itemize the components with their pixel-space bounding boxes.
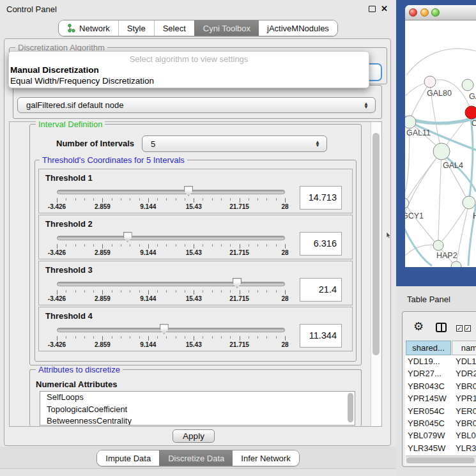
network-node-label: H [473, 211, 476, 220]
cell-shared-name: YBR045C [408, 417, 445, 429]
threshold-value-field[interactable]: 14.713 [300, 186, 342, 210]
cell-shared-name: YLR345W [408, 442, 445, 454]
tab-network[interactable]: Network [59, 20, 118, 36]
table-row[interactable]: YIL052CYIL0 [406, 454, 476, 455]
tab-label: Style [127, 24, 146, 33]
network-node-gcy1[interactable] [405, 198, 409, 208]
zoom-traffic-light-icon[interactable] [431, 8, 440, 17]
cell-name: YLR3 [456, 442, 476, 454]
network-window-titlebar[interactable] [405, 5, 476, 20]
horizontal-scrollbar-track[interactable] [406, 456, 476, 464]
threshold-list: Threshold 1 -3.426 2.859 9.144 15.43 21.… [38, 169, 353, 353]
slider-major-ticks [57, 336, 286, 341]
slider-handle[interactable] [123, 232, 132, 242]
slider-major-ticks [57, 198, 286, 203]
bottom-tab-infer-network[interactable]: Infer Network [233, 450, 298, 466]
column-header-name[interactable]: name [452, 341, 476, 355]
slider-track[interactable] [57, 236, 285, 240]
slider-tick-labels: -3.426 2.859 9.144 15.43 21.715 28 [57, 203, 285, 211]
network-node-ga[interactable] [462, 79, 473, 91]
numerical-attributes-list: SelfLoopsTopologicalCoefficientBetweenne… [40, 391, 355, 426]
threshold-value-field[interactable]: 11.344 [300, 324, 342, 348]
threshold-value-field[interactable]: 6.316 [300, 232, 342, 256]
slider-track[interactable] [57, 282, 285, 286]
tab-label: Select [163, 24, 186, 33]
network-node-gal4[interactable] [433, 143, 450, 160]
tab-label: Discretize Data [168, 454, 224, 463]
number-of-intervals-label: Number of Intervals [56, 139, 134, 148]
table-panel-box: ⚙ ✓ ✓ shared... name YDL19...YDL1YDR27..… [402, 311, 476, 467]
tab-jactivemnodules[interactable]: jActiveMNodules [259, 20, 337, 36]
checkbox-icon[interactable]: ✓ [456, 325, 463, 332]
table-row[interactable]: YBR043CYBR0 [406, 380, 476, 392]
cell-shared-name: YPR145W [408, 392, 447, 404]
cell-name: YBR0 [456, 417, 476, 429]
slider-handle[interactable] [233, 278, 242, 288]
table-row[interactable]: YBL079WYBL0 [406, 429, 476, 441]
tab-style[interactable]: Style [118, 20, 154, 36]
slider-track[interactable] [57, 328, 285, 332]
gear-icon[interactable]: ⚙ [413, 319, 424, 334]
network-node-label: HAP2 [436, 251, 457, 260]
algorithm-dropdown-popup: Select algorithm to view settings Manual… [8, 51, 369, 88]
list-scrollbar-thumb[interactable] [348, 393, 353, 422]
close-traffic-light-icon[interactable] [409, 8, 417, 17]
column-header-shared-name[interactable]: shared... [406, 341, 451, 355]
table-panel: Table Panel ⚙ ✓ ✓ shared... name YDL19..… [396, 286, 476, 476]
network-node-gal11[interactable] [405, 116, 416, 128]
network-node-c[interactable] [465, 106, 476, 119]
tab-cyni-toolbox[interactable]: Cyni Toolbox [194, 20, 259, 36]
slider-handle[interactable] [160, 324, 169, 334]
attribute-item[interactable]: BetweennessCentrality [40, 415, 355, 426]
table-row[interactable]: YBR045CYBR0 [406, 417, 476, 429]
dropdown-option-equal-width-frequency[interactable]: Equal Width/Frequency Discretization [10, 76, 154, 86]
interval-definition-label: Interval Definition [36, 120, 105, 129]
network-node-label: GAL11 [406, 128, 431, 137]
bottom-tab-bar: Impute DataDiscretize DataInfer Network [0, 450, 396, 466]
network-window: GAL80GACGAL11GAL4GCY1HHAP2 [405, 5, 476, 267]
threshold-panel: Threshold 3 -3.426 2.859 9.144 15.43 21.… [38, 261, 353, 305]
cell-name: YDL1 [456, 355, 476, 367]
horizontal-scrollbar-thumb[interactable] [406, 457, 475, 463]
cell-shared-name: YDL19... [408, 355, 440, 367]
close-icon[interactable]: ✕ [381, 4, 388, 13]
apply-button[interactable]: Apply [173, 429, 215, 443]
checkbox-icon[interactable]: ✓ [464, 325, 471, 332]
threshold-label: Threshold 1 [45, 173, 93, 183]
slider-track[interactable] [57, 190, 285, 194]
table-row[interactable]: YPR145WYPR1 [406, 392, 476, 404]
network-canvas[interactable]: GAL80GACGAL11GAL4GCY1HHAP2 [405, 20, 476, 267]
table-data-combobox[interactable]: galFiltered.sif default node ▲▼ [17, 97, 376, 113]
vertical-scrollbar-thumb[interactable] [372, 133, 380, 355]
table-row[interactable]: YDL19...YDL1 [406, 355, 476, 367]
network-node-hap2[interactable] [433, 240, 443, 250]
tab-select[interactable]: Select [154, 20, 194, 36]
table-row[interactable]: YER054CYER0 [406, 405, 476, 417]
slider-tick-labels: -3.426 2.859 9.144 15.43 21.715 28 [57, 249, 285, 257]
slider-major-ticks [57, 290, 286, 295]
cell-name: YER0 [456, 405, 476, 417]
network-node-h[interactable] [463, 196, 475, 209]
minimize-traffic-light-icon[interactable] [420, 8, 429, 17]
dropdown-option-manual-discretization[interactable]: Manual Discretization [10, 65, 99, 75]
tab-label: jActiveMNodules [267, 24, 329, 33]
table-row[interactable]: YLR345WYLR3 [406, 442, 476, 454]
table-data-value: galFiltered.sif default node [18, 100, 364, 110]
split-columns-icon[interactable] [436, 323, 447, 332]
float-window-icon[interactable] [369, 6, 376, 12]
bottom-tab-discretize-data[interactable]: Discretize Data [159, 450, 233, 466]
numerical-attributes-label: Numerical Attributes [36, 380, 117, 389]
slider-handle[interactable] [184, 186, 193, 196]
threshold-value-field[interactable]: 21.4 [300, 278, 342, 302]
cell-shared-name: YER054C [408, 405, 445, 417]
attribute-item[interactable]: SelfLoops [40, 392, 355, 404]
table-row[interactable]: YDR27...YDR2 [406, 367, 476, 380]
cell-name: YDR2 [456, 367, 476, 380]
control-panel-titlebar: Control Panel ✕ [0, 0, 396, 18]
network-node-gal80[interactable] [424, 76, 436, 88]
tab-label: Infer Network [241, 454, 290, 463]
threshold-panel: Threshold 1 -3.426 2.859 9.144 15.43 21.… [38, 169, 353, 213]
attribute-item[interactable]: TopologicalCoefficient [40, 404, 355, 416]
number-of-intervals-combobox[interactable]: 5 ▲▼ [142, 135, 327, 152]
bottom-tab-impute-data[interactable]: Impute Data [97, 450, 159, 466]
